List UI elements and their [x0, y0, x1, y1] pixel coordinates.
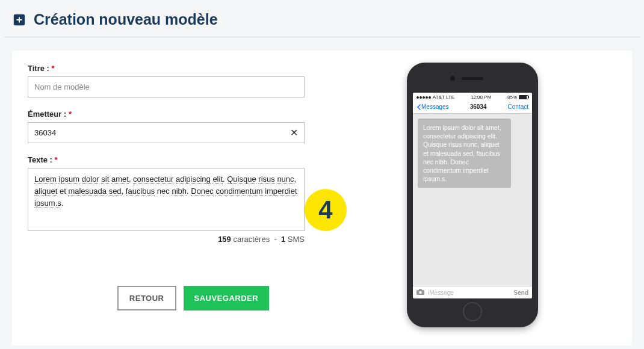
imessage-placeholder: iMessage [428, 289, 510, 296]
carrier-label: AT&T LTE [433, 94, 454, 100]
message-area: Lorem ipsum dolor sit amet, consectetur … [413, 114, 532, 286]
svg-point-3 [419, 291, 421, 294]
text-label: Texte : * [28, 155, 58, 164]
back-button[interactable]: Retour [117, 286, 176, 310]
phone-nav-bar: Messages 36034 Contact [413, 101, 532, 114]
phone-preview: AT&T LTE 12:00 PM 85% Messages 36034 Con… [407, 63, 538, 327]
svg-rect-2 [419, 289, 422, 291]
battery-icon [519, 95, 528, 99]
phone-time: 12:00 PM [471, 94, 491, 100]
phone-status-bar: AT&T LTE 12:00 PM 85% [413, 93, 532, 101]
home-button-icon [463, 302, 482, 321]
page-title: Création nouveau modèle [34, 11, 218, 28]
form-card: Titre : * Émetteur : * ✕ Texte : * Lorem… [12, 51, 632, 345]
title-input[interactable] [28, 76, 305, 97]
add-template-icon [12, 13, 26, 27]
phone-nav-title: 36034 [470, 103, 487, 110]
sender-input[interactable] [28, 122, 305, 143]
title-label: Titre : * [28, 64, 55, 73]
save-button[interactable]: Sauvegarder [184, 286, 270, 310]
phone-contact-link: Contact [508, 103, 528, 110]
send-label: Send [514, 289, 528, 296]
clear-sender-icon[interactable]: ✕ [288, 127, 300, 139]
camera-icon [416, 289, 424, 296]
sender-label: Émetteur : * [28, 110, 72, 119]
text-input[interactable]: Lorem ipsum dolor sit amet, consectetur … [28, 168, 305, 231]
divider [4, 37, 640, 37]
step-badge: 4 [305, 189, 347, 231]
phone-input-row: iMessage Send [413, 286, 532, 298]
battery-pct: 85% [507, 94, 517, 100]
char-counter: 159 caractères - 1 SMS [28, 235, 305, 244]
message-bubble: Lorem ipsum dolor sit amet, consectetur … [418, 119, 511, 188]
phone-back-button: Messages [416, 103, 449, 110]
